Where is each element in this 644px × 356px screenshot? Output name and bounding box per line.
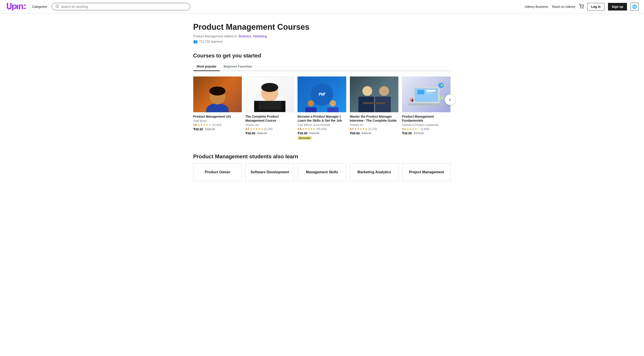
price-row-5: ₹49.99 ₹279.99	[402, 132, 450, 135]
also-card-project-management[interactable]: Project Management	[402, 163, 451, 181]
navbar: Categories Udemy Business Teach on Udemy…	[0, 0, 644, 14]
also-card-software-dev[interactable]: Software Development	[246, 163, 294, 181]
courses-carousel: Product Management 101 Todd Birzer 4.6 ★…	[193, 76, 451, 140]
stars-row-5: 4.3 ★★★★★ (2,494)	[402, 128, 450, 130]
course-instructor-4: Charles Du	[350, 124, 398, 126]
learners-count: 721,732 learners	[199, 40, 222, 44]
course-thumb-4	[350, 76, 398, 112]
related-link-marketing[interactable]: Marketing	[253, 34, 267, 38]
course-thumb-3: PMit	[298, 76, 346, 112]
carousel-next-button[interactable]	[445, 94, 456, 105]
price-row-3: ₹49.99 ₹429.99	[298, 132, 346, 135]
udemy-business-link[interactable]: Udemy Business	[525, 5, 548, 8]
course-title-5: Product Management Fundamentals	[402, 114, 450, 122]
tabs-container: Most popular Beginner Favorites	[193, 62, 451, 71]
main-content: Product Management Courses Product Manag…	[188, 14, 456, 190]
course-thumb-5: 💡 📱 ⚙	[402, 76, 450, 112]
course-instructor-2: Charles Du	[246, 124, 294, 126]
language-button[interactable]: 🌐	[630, 3, 639, 11]
course-thumb-2	[246, 76, 294, 112]
stars-2: ★★★★★	[250, 128, 263, 130]
stars-row-2: 4.5 ★★★★★ (5,156)	[246, 128, 294, 130]
svg-rect-26	[426, 92, 433, 94]
search-input[interactable]	[61, 5, 186, 8]
svg-point-13	[308, 100, 314, 106]
also-card-management-skills[interactable]: Management Skills	[298, 163, 346, 181]
svg-rect-25	[426, 90, 435, 92]
learners-row: 👥 721,732 learners	[193, 39, 451, 44]
svg-rect-12	[258, 101, 281, 110]
people-icon: 👥	[193, 39, 198, 44]
price-row-4: ₹49.99 ₹429.99	[350, 132, 398, 135]
course-title-3: Become a Product Manager | Learn the Ski…	[298, 114, 346, 122]
related-link-business[interactable]: Business	[239, 34, 252, 38]
course-card-4[interactable]: Master the Product Manager Interview - T…	[350, 76, 398, 140]
teach-link[interactable]: Teach on Udemy	[552, 5, 575, 8]
login-button[interactable]: Log in	[588, 3, 604, 10]
stars-3: ★★★★★	[302, 128, 316, 130]
course-thumb-1	[193, 76, 242, 112]
svg-point-17	[362, 86, 372, 96]
svg-point-2	[580, 8, 581, 8]
also-card-product-owner[interactable]: Product Owner	[193, 163, 242, 181]
svg-text:💡: 💡	[440, 84, 443, 87]
svg-text:📱: 📱	[411, 99, 414, 102]
also-card-marketing-analytics[interactable]: Marketing Analytics	[350, 163, 398, 181]
svg-rect-27	[408, 103, 444, 106]
svg-rect-14	[305, 107, 316, 112]
course-title-1: Product Management 101	[193, 114, 242, 118]
search-icon	[56, 4, 59, 9]
also-learn-section: Product Management students also learn P…	[193, 154, 451, 190]
also-learn-title: Product Management students also learn	[193, 154, 451, 160]
stars-5: ★★★★★	[407, 128, 420, 130]
courses-section-title: Courses to get you started	[193, 52, 451, 59]
svg-rect-20	[375, 96, 391, 112]
course-instructor-1: Todd Birzer	[193, 120, 242, 122]
course-card-1[interactable]: Product Management 101 Todd Birzer 4.6 ★…	[193, 76, 242, 140]
bestseller-badge-3: Bestseller	[298, 136, 312, 140]
also-learn-cards: Product Owner Software Development Manag…	[193, 163, 451, 181]
svg-point-7	[209, 86, 226, 96]
price-row-2: ₹49.99 ₹429.99	[246, 132, 294, 135]
course-card-5[interactable]: 💡 📱 ⚙ Product Management Fundamentals In…	[402, 76, 450, 140]
cart-icon[interactable]	[579, 4, 584, 10]
nav-right: Udemy Business Teach on Udemy Log in Sig…	[525, 3, 639, 11]
svg-point-19	[379, 86, 389, 96]
svg-rect-18	[358, 96, 374, 112]
price-row-1: ₹49.99 ₹229.99	[193, 128, 242, 131]
svg-rect-24	[418, 90, 424, 94]
course-card-3[interactable]: PMit Become a Product Manager | Learn	[298, 76, 346, 140]
courses-row: Product Management 101 Todd Birzer 4.6 ★…	[193, 76, 451, 140]
stars-1: ★★★★★	[198, 124, 211, 126]
related-prefix: Product Management relates to	[193, 34, 237, 38]
tab-beginner-favorites[interactable]: Beginner Favorites	[220, 62, 256, 71]
svg-point-5	[206, 103, 228, 112]
course-title-4: Master the Product Manager Interview - T…	[350, 114, 398, 122]
page-title: Product Management Courses	[193, 22, 451, 32]
course-title-2: The Complete Product Management Course	[246, 114, 294, 122]
svg-line-1	[58, 7, 58, 8]
svg-rect-21	[363, 102, 385, 104]
tab-most-popular[interactable]: Most popular	[193, 62, 220, 71]
course-card-2[interactable]: The Complete Product Management Course C…	[246, 76, 294, 140]
related-text: Product Management relates to Business, …	[193, 34, 451, 38]
svg-point-10	[261, 83, 278, 92]
svg-rect-16	[327, 107, 338, 112]
svg-text:⚙: ⚙	[441, 97, 443, 99]
stars-4: ★★★★★	[354, 128, 368, 130]
stars-row-1: 4.6 ★★★★★ (12,502)	[193, 124, 242, 126]
course-instructor-5: Institute of Product Leadership	[402, 124, 450, 126]
svg-point-15	[330, 100, 336, 106]
search-bar[interactable]	[52, 3, 190, 10]
udemy-logo[interactable]	[5, 3, 26, 10]
signup-button[interactable]: Sign up	[608, 3, 627, 10]
course-instructor-3: Cole Mercer, Evan Kimbrell	[298, 124, 346, 126]
categories-button[interactable]: Categories	[30, 4, 49, 10]
stars-row-4: 4.7 ★★★★★ (2,276)	[350, 128, 398, 130]
stars-row-3: 4.6 ★★★★★ (45,033)	[298, 128, 346, 130]
svg-point-3	[583, 8, 583, 8]
